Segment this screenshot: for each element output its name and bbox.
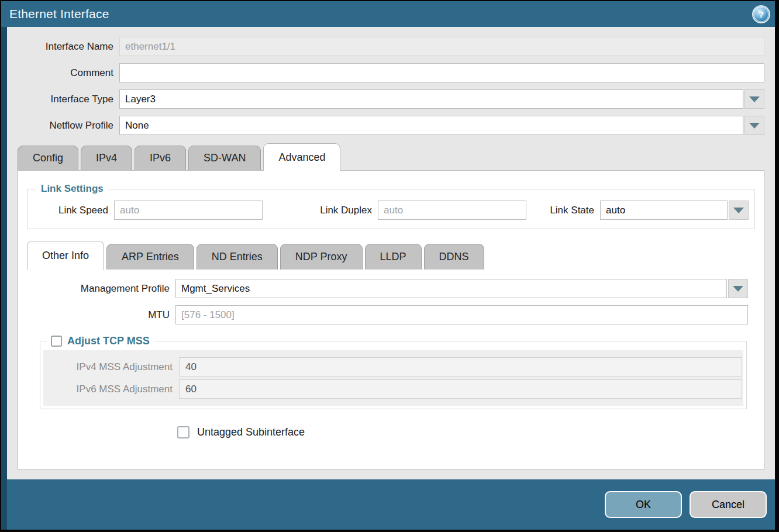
interface-type-dropdown[interactable]: Layer3 (119, 89, 764, 109)
tab-config[interactable]: Config (18, 146, 78, 170)
netflow-profile-row: Netflow Profile None (7, 116, 764, 135)
adjust-tcp-mss-legend: Adjust TCP MSS (47, 335, 154, 347)
adjust-tcp-mss-checkbox[interactable] (51, 336, 62, 347)
advanced-tab-panel: Link Settings Link Speed Link Duplex Lin… (18, 170, 764, 470)
tab-lldp[interactable]: LLDP (365, 244, 422, 270)
interface-name-row: Interface Name (7, 37, 764, 56)
ethernet-interface-dialog: Ethernet Interface ? Interface Name Comm… (0, 0, 779, 532)
tab-advanced[interactable]: Advanced (263, 143, 340, 171)
untagged-subinterface-row: Untagged Subinterface (177, 426, 755, 438)
help-icon[interactable]: ? (753, 6, 769, 22)
netflow-profile-label: Netflow Profile (7, 120, 119, 132)
ipv6-mss-row: IPv6 MSS Adjustment 60 (44, 379, 742, 399)
netflow-profile-value[interactable]: None (119, 116, 743, 135)
chevron-down-icon (749, 96, 760, 102)
interface-type-label: Interface Type (7, 94, 119, 105)
chevron-down-icon (733, 208, 744, 213)
link-settings-row: Link Speed Link Duplex Link State auto (33, 201, 749, 220)
mtu-row: MTU (27, 305, 748, 324)
ipv4-mss-field: 40 (179, 357, 742, 376)
dialog-body: Interface Name Comment Interface Type La… (7, 27, 775, 479)
link-speed-field[interactable] (114, 201, 263, 220)
management-profile-value[interactable]: Mgmt_Services (175, 279, 727, 298)
dialog-footer: OK Cancel (7, 479, 775, 530)
comment-label: Comment (7, 67, 119, 79)
untagged-subinterface-label: Untagged Subinterface (197, 426, 305, 438)
link-state-dropdown[interactable]: auto (600, 201, 749, 220)
comment-field[interactable] (119, 63, 764, 82)
interface-name-label: Interface Name (7, 41, 119, 53)
mss-disabled-area: IPv4 MSS Adjustment 40 IPv6 MSS Adjustme… (43, 350, 743, 406)
tab-sdwan[interactable]: SD-WAN (188, 146, 261, 170)
management-profile-label: Management Profile (27, 283, 175, 295)
management-profile-dropdown[interactable]: Mgmt_Services (175, 279, 748, 298)
main-tabs: Config IPv4 IPv6 SD-WAN Advanced (18, 143, 775, 170)
link-duplex-field[interactable] (378, 201, 526, 220)
link-settings-legend: Link Settings (37, 183, 108, 195)
ok-button[interactable]: OK (605, 491, 682, 518)
link-speed-label: Link Speed (33, 205, 114, 216)
interface-type-row: Interface Type Layer3 (7, 89, 764, 109)
ipv6-mss-label: IPv6 MSS Adjustment (44, 384, 179, 395)
comment-row: Comment (7, 63, 764, 82)
untagged-subinterface-checkbox[interactable] (177, 426, 189, 438)
adjust-tcp-mss-legend-text: Adjust TCP MSS (67, 335, 150, 347)
cancel-button[interactable]: Cancel (690, 491, 767, 518)
tab-ipv6[interactable]: IPv6 (135, 146, 186, 170)
mtu-field[interactable] (175, 305, 748, 324)
management-profile-dropdown-button[interactable] (728, 279, 748, 298)
ipv6-mss-field: 60 (179, 379, 742, 399)
adjust-tcp-mss-fieldset: Adjust TCP MSS IPv4 MSS Adjustment 40 IP… (40, 335, 747, 409)
tab-ddns[interactable]: DDNS (424, 244, 484, 270)
tab-other-info[interactable]: Other Info (27, 241, 104, 270)
link-state-label: Link State (544, 205, 600, 216)
interface-type-value[interactable]: Layer3 (119, 89, 743, 109)
help-icon-glyph: ? (759, 9, 764, 19)
netflow-profile-dropdown[interactable]: None (119, 116, 764, 135)
ipv4-mss-label: IPv4 MSS Adjustment (44, 361, 179, 373)
management-profile-row: Management Profile Mgmt_Services (27, 279, 748, 298)
link-state-value[interactable]: auto (600, 201, 728, 220)
dialog-title: Ethernet Interface (9, 7, 109, 21)
mtu-label: MTU (27, 309, 175, 321)
interface-name-field (119, 37, 764, 56)
netflow-profile-dropdown-button[interactable] (744, 116, 764, 135)
link-settings-fieldset: Link Settings Link Speed Link Duplex Lin… (27, 183, 755, 229)
interface-type-dropdown-button[interactable] (744, 89, 764, 109)
link-state-dropdown-button[interactable] (729, 201, 749, 220)
chevron-down-icon (733, 286, 743, 292)
tab-ipv4[interactable]: IPv4 (81, 146, 132, 170)
dialog-titlebar: Ethernet Interface ? (1, 1, 775, 27)
tab-ndp-proxy[interactable]: NDP Proxy (280, 244, 363, 270)
tab-nd-entries[interactable]: ND Entries (197, 244, 278, 270)
ipv4-mss-row: IPv4 MSS Adjustment 40 (44, 357, 742, 376)
tab-arp-entries[interactable]: ARP Entries (106, 244, 194, 270)
sub-tabs: Other Info ARP Entries ND Entries NDP Pr… (27, 240, 755, 270)
link-duplex-label: Link Duplex (289, 205, 378, 216)
chevron-down-icon (749, 123, 760, 129)
